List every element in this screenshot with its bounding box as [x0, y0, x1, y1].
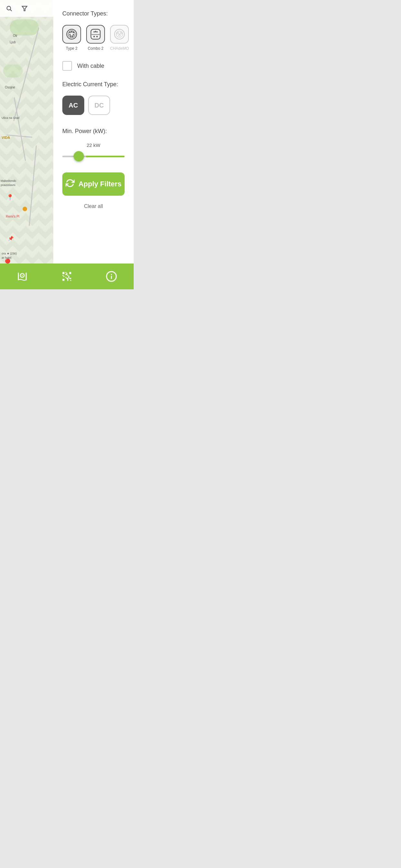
svg-point-13: [94, 31, 95, 33]
dc-button[interactable]: DC: [88, 96, 110, 115]
svg-rect-44: [69, 278, 71, 279]
apply-filters-button[interactable]: Apply Filters: [62, 173, 125, 196]
svg-point-22: [120, 32, 122, 34]
svg-rect-33: [64, 276, 65, 277]
map-label: pravoslavni: [1, 183, 16, 187]
svg-point-17: [96, 36, 98, 37]
current-type-section: Electric Current Type: AC DC: [62, 81, 125, 125]
svg-point-16: [93, 36, 95, 37]
svg-rect-42: [66, 278, 68, 279]
nav-item-map[interactable]: [17, 271, 28, 282]
connector-type2[interactable]: Type 2: [62, 25, 81, 51]
qr-nav-icon: [61, 271, 73, 282]
svg-rect-18: [95, 31, 96, 32]
type2-label: Type 2: [66, 46, 78, 51]
combo2-icon: [86, 25, 105, 43]
with-cable-row: With cable: [62, 61, 125, 71]
nav-item-qr[interactable]: [61, 271, 73, 282]
connector-types-grid: Type 2 Combo 2: [62, 25, 125, 51]
map-label: Makedonski: [1, 179, 16, 182]
chademo-label: CHAdeMO: [110, 46, 129, 51]
map-header: [0, 0, 53, 17]
map-nav-icon: [17, 271, 28, 282]
map-background: 📍 📌 🔴 Otr Ljub Osojne Ulica na Grad VIDA…: [0, 0, 53, 289]
map-label: Otr: [13, 34, 18, 37]
svg-rect-43: [67, 279, 68, 281]
with-cable-label: With cable: [77, 63, 104, 69]
map-label: Ljub: [10, 40, 16, 44]
current-type-buttons: AC DC: [62, 96, 125, 115]
svg-point-9: [73, 34, 74, 36]
svg-rect-40: [67, 275, 68, 276]
svg-point-0: [7, 6, 11, 10]
power-value-display: 22 kW: [62, 143, 125, 148]
svg-point-21: [117, 32, 119, 34]
power-slider-container: [62, 151, 125, 162]
nav-item-info[interactable]: [105, 271, 117, 282]
map-label: Osojne: [5, 86, 15, 89]
ac-button[interactable]: AC: [62, 96, 84, 115]
svg-rect-38: [63, 279, 65, 281]
svg-point-24: [119, 34, 120, 35]
bottom-navigation: [0, 264, 134, 289]
map-label: ora ★ (236): [2, 252, 17, 255]
svg-rect-41: [68, 276, 69, 278]
svg-point-8: [69, 34, 71, 36]
svg-rect-34: [66, 272, 66, 273]
svg-point-47: [111, 274, 112, 275]
svg-marker-2: [22, 6, 27, 11]
min-power-title: Min. Power (kW):: [62, 128, 125, 135]
chademo-icon: [110, 25, 129, 43]
min-power-section: Min. Power (kW): 22 kW: [62, 128, 125, 162]
svg-rect-39: [66, 277, 66, 278]
map-label: VIDA: [2, 135, 10, 140]
svg-rect-45: [70, 280, 71, 281]
search-icon[interactable]: [4, 3, 14, 13]
map-label: Remi's Pl: [6, 215, 19, 218]
map-label: Ulica na Grad: [2, 116, 19, 120]
svg-point-14: [96, 31, 98, 33]
current-type-title: Electric Current Type:: [62, 81, 125, 88]
clear-all-button[interactable]: Clear all: [62, 201, 125, 212]
svg-rect-32: [63, 275, 64, 276]
svg-point-11: [72, 35, 73, 37]
svg-point-7: [73, 32, 74, 33]
with-cable-checkbox[interactable]: [62, 61, 72, 71]
connector-types-title: Connector Types:: [62, 10, 125, 17]
svg-point-6: [71, 31, 73, 33]
svg-rect-31: [63, 272, 65, 274]
filter-panel: Connector Types: Type 2: [53, 0, 134, 289]
svg-line-1: [10, 10, 12, 11]
apply-filters-label: Apply Filters: [79, 180, 121, 188]
type2-icon: [62, 25, 81, 43]
refresh-icon: [66, 179, 74, 190]
svg-point-5: [69, 32, 71, 33]
combo2-label: Combo 2: [88, 46, 104, 51]
connector-chademo[interactable]: CHAdeMO: [110, 25, 129, 51]
power-slider[interactable]: [62, 156, 125, 157]
svg-point-10: [70, 35, 72, 37]
info-nav-icon: [105, 271, 117, 282]
svg-rect-35: [66, 273, 67, 274]
connector-combo2[interactable]: Combo 2: [86, 25, 105, 51]
svg-rect-37: [69, 272, 71, 274]
filter-icon[interactable]: [19, 3, 30, 13]
svg-rect-36: [66, 274, 67, 275]
map-label: ar hotel: [2, 256, 11, 259]
